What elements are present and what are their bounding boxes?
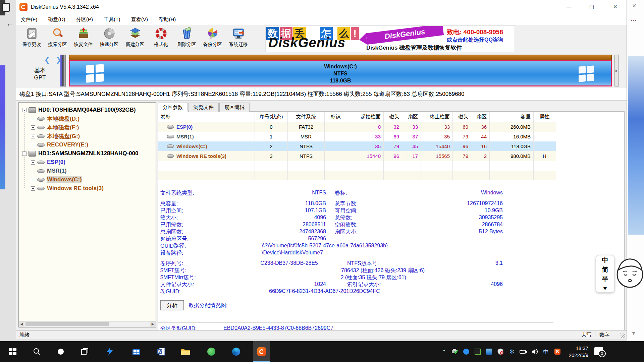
tray-bird-icon[interactable]	[462, 348, 470, 355]
tray-snowflake-icon[interactable]: ✻	[508, 348, 516, 355]
tree-item-msr[interactable]: MSR(1)	[31, 167, 67, 175]
col-start-head[interactable]: 磁头	[384, 112, 402, 122]
ellipsis-menu-icon[interactable]: ⋯	[631, 17, 637, 24]
expand-icon[interactable]: +	[31, 186, 35, 191]
taskbar-app-explorer[interactable]	[177, 341, 194, 362]
expand-icon[interactable]: +	[31, 125, 35, 130]
col-end-sector[interactable]: 扇区	[471, 112, 490, 122]
tree-item-esp[interactable]: + ESP(0)	[31, 158, 65, 166]
cortana-button[interactable]	[52, 341, 69, 362]
taskbar-app-word[interactable]: W	[152, 341, 170, 362]
table-row-msr[interactable]: MSR(1) 1 MSR 33 69 37 35 79 44 16.0MB	[158, 132, 556, 141]
scroll-thumb[interactable]	[25, 322, 109, 326]
background-close-icon[interactable]: ✕	[632, 3, 636, 9]
table-row-esp[interactable]: ESP(0) 0 FAT32 0 32 33 33 69 36 260.0MB	[158, 122, 556, 132]
system-migrate-button[interactable]: 系统迁移	[225, 26, 251, 52]
col-filesystem[interactable]: 文件系统	[288, 112, 325, 122]
collapse-icon[interactable]: -	[22, 152, 26, 156]
taskbar-app-diskgenius-active[interactable]	[253, 341, 270, 362]
menu-disk[interactable]: 磁盘(D)	[44, 15, 70, 24]
quick-partition-button[interactable]: 快速分区	[96, 26, 122, 52]
expand-icon[interactable]: +	[31, 117, 35, 121]
tree-item-recovery-e[interactable]: + RECOVERY(E:)	[31, 141, 88, 149]
delete-partition-button[interactable]: 删除分区	[174, 26, 200, 52]
partition-bar-scroll[interactable]: ▶	[614, 55, 619, 86]
ad-banner[interactable]: 数 据 丢 怎 么 ! DiskGenius DiskGenius 致电: 40…	[265, 25, 515, 52]
tray-ime-indicator[interactable]: 中	[542, 348, 550, 355]
taskbar-search-button[interactable]	[28, 341, 46, 362]
tab-partition-params[interactable]: 分区参数	[158, 103, 188, 112]
format-button[interactable]: 格式化	[148, 26, 174, 52]
taskbar-app-green[interactable]	[203, 341, 220, 362]
expand-icon[interactable]: +	[31, 143, 35, 147]
save-changes-button[interactable]: 保存更改	[19, 26, 45, 52]
tray-nvidia-icon[interactable]	[474, 348, 482, 355]
col-start-cyl[interactable]: 起始柱面	[347, 112, 384, 122]
tray-printer-icon[interactable]	[451, 348, 459, 355]
col-index-status[interactable]: 序号(状态)	[255, 112, 288, 122]
col-volume-label[interactable]: 卷标	[158, 112, 255, 122]
tree-item-hd1[interactable]: - HD1:SAMSUNGMZNLN128HAHQ-000	[22, 149, 139, 158]
menu-help[interactable]: 帮助(H)	[154, 15, 180, 24]
tray-volume-icon[interactable]	[531, 348, 539, 355]
expand-icon[interactable]: +	[31, 134, 35, 138]
scroll-right-icon[interactable]: ▶	[150, 321, 156, 327]
tray-power-icon[interactable]	[519, 348, 527, 355]
taskbar-app-store[interactable]	[127, 341, 145, 362]
taskbar-app-feishu[interactable]	[101, 341, 118, 362]
col-end-cyl[interactable]: 终止柱面	[421, 112, 453, 122]
tree-item-local-f[interactable]: + 本地磁盘(F:)	[31, 123, 79, 131]
back-arrow-icon[interactable]: ←	[6, 19, 14, 28]
maximize-button[interactable]: ▢	[582, 0, 601, 13]
tree-item-local-g[interactable]: + 本地磁盘(G:)	[31, 132, 80, 140]
menu-partition[interactable]: 分区(P)	[71, 15, 98, 24]
taskbar-clock[interactable]: 18:37 2022/5/9	[561, 345, 588, 359]
ime-status-card[interactable]: 中 简 半 ♥	[596, 255, 614, 293]
tray-chevron-icon[interactable]: ⌃	[440, 348, 448, 355]
tray-sogou-icon[interactable]: S	[553, 348, 561, 355]
col-flag[interactable]: 标识	[325, 112, 347, 122]
guid-path-value: \\?\Volume{fcf0fc5b-5207-47ce-a60a-7da61…	[262, 243, 388, 249]
menu-view[interactable]: 查看(V)	[126, 15, 153, 24]
tree-item-local-d[interactable]: + 本地磁盘(D:)	[31, 115, 79, 123]
tree-item-windows-c[interactable]: + Windows(C:)	[31, 176, 82, 184]
recover-files-button[interactable]: 恢复文件	[70, 26, 96, 52]
toolbar-label: 系统迁移	[229, 42, 248, 48]
new-partition-button[interactable]: 新建分区	[122, 26, 148, 52]
minimize-button[interactable]: —	[559, 0, 579, 13]
taskbar-app-edge[interactable]	[227, 341, 245, 362]
ime-floating-widget[interactable]: 中 简 半 ♥	[594, 254, 644, 294]
expand-icon[interactable]: +	[31, 160, 35, 165]
windows-c-partition-block[interactable]: Windows(C:) NTFS 118.0GB	[69, 60, 612, 86]
collapse-icon[interactable]: -	[22, 108, 26, 112]
banner-qq-link[interactable]: 或点击此处选择QQ咨询	[447, 37, 503, 44]
tree-item-windows-re[interactable]: + Windows RE tools(3)	[31, 184, 104, 192]
table-row-windows-c-selected[interactable]: Windows(C:) 2 NTFS 35 79 45 15440 96 16 …	[158, 141, 556, 151]
col-start-sector[interactable]: 扇区	[402, 112, 421, 122]
col-end-head[interactable]: 磁头	[453, 112, 471, 122]
tab-sector-edit[interactable]: 扇区编辑	[219, 103, 250, 112]
scroll-left-icon[interactable]: ◀	[19, 321, 24, 327]
resize-grip[interactable]	[621, 333, 625, 338]
tray-intel-icon[interactable]	[485, 348, 493, 355]
analyze-button[interactable]: 分析	[160, 300, 184, 310]
msr-partition-strip[interactable]	[63, 55, 66, 86]
notification-center-button[interactable]: 2	[594, 347, 603, 355]
start-button[interactable]	[4, 341, 21, 362]
backup-partition-button[interactable]: 备份分区	[200, 26, 225, 52]
tree-item-hd0[interactable]: - HD0:TOSHIBAMQ04ABF100(932GB)	[22, 106, 136, 114]
tab-browse-files[interactable]: 浏览文件	[189, 103, 219, 112]
col-attributes[interactable]: 属性	[534, 112, 555, 122]
esp-partition-strip[interactable]	[60, 55, 63, 86]
close-button[interactable]: ✕	[605, 0, 625, 13]
expand-icon[interactable]: +	[31, 178, 35, 182]
scroll-down-icon[interactable]: ▼	[631, 330, 636, 336]
col-capacity[interactable]: 容量	[490, 112, 534, 122]
search-partition-button[interactable]: 搜索分区	[45, 26, 70, 52]
menu-file[interactable]: 文件(F)	[16, 15, 42, 24]
task-view-button[interactable]	[76, 341, 94, 362]
table-row-windows-re[interactable]: Windows RE tools(3) 3 NTFS 15440 96 17 1…	[158, 151, 556, 161]
menu-tools[interactable]: 工具(T)	[99, 15, 125, 24]
tree-horizontal-scrollbar[interactable]: ◀ ▶	[19, 321, 156, 327]
tray-security-shield-icon[interactable]	[496, 348, 504, 355]
